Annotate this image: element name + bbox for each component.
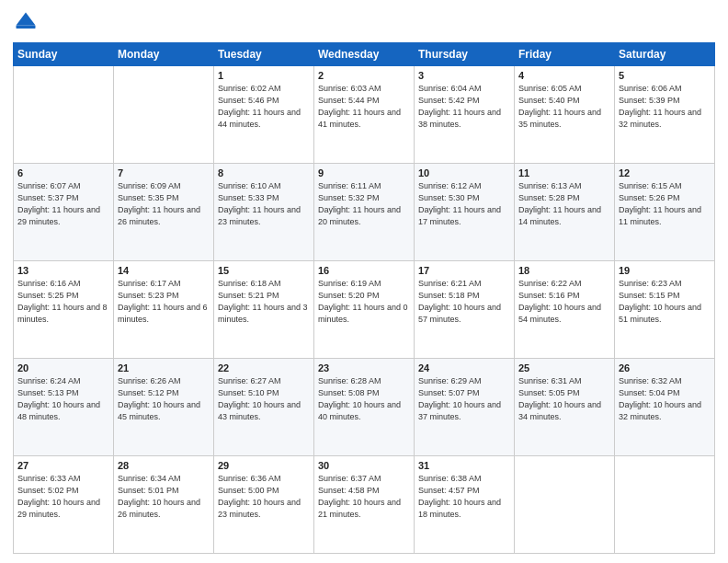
calendar-cell: 8Sunrise: 6:10 AM Sunset: 5:33 PM Daylig… (214, 164, 314, 261)
calendar-cell (615, 456, 715, 554)
day-info: Sunrise: 6:28 AM Sunset: 5:08 PM Dayligh… (318, 375, 410, 423)
day-number: 5 (619, 70, 711, 81)
calendar-cell: 24Sunrise: 6:29 AM Sunset: 5:07 PM Dayli… (415, 359, 515, 456)
day-info: Sunrise: 6:17 AM Sunset: 5:23 PM Dayligh… (118, 278, 210, 326)
day-number: 8 (218, 167, 310, 178)
day-info: Sunrise: 6:05 AM Sunset: 5:40 PM Dayligh… (518, 83, 610, 131)
calendar-header-row: SundayMondayTuesdayWednesdayThursdayFrid… (14, 43, 715, 66)
page: SundayMondayTuesdayWednesdayThursdayFrid… (0, 0, 728, 563)
day-info: Sunrise: 6:32 AM Sunset: 5:04 PM Dayligh… (619, 375, 711, 423)
day-info: Sunrise: 6:36 AM Sunset: 5:00 PM Dayligh… (218, 473, 310, 521)
day-number: 15 (218, 265, 310, 276)
day-info: Sunrise: 6:13 AM Sunset: 5:28 PM Dayligh… (518, 180, 610, 228)
calendar-cell: 21Sunrise: 6:26 AM Sunset: 5:12 PM Dayli… (114, 359, 214, 456)
day-number: 13 (17, 265, 109, 276)
day-number: 1 (218, 70, 310, 81)
day-info: Sunrise: 6:34 AM Sunset: 5:01 PM Dayligh… (118, 473, 210, 521)
day-number: 26 (619, 362, 711, 373)
day-info: Sunrise: 6:11 AM Sunset: 5:32 PM Dayligh… (318, 180, 410, 228)
calendar-cell: 25Sunrise: 6:31 AM Sunset: 5:05 PM Dayli… (515, 359, 615, 456)
day-info: Sunrise: 6:21 AM Sunset: 5:18 PM Dayligh… (418, 278, 510, 326)
calendar-cell: 19Sunrise: 6:23 AM Sunset: 5:15 PM Dayli… (615, 261, 715, 359)
calendar-cell (114, 66, 214, 164)
day-info: Sunrise: 6:04 AM Sunset: 5:42 PM Dayligh… (418, 83, 510, 131)
day-info: Sunrise: 6:23 AM Sunset: 5:15 PM Dayligh… (619, 278, 711, 326)
calendar-cell: 6Sunrise: 6:07 AM Sunset: 5:37 PM Daylig… (14, 164, 114, 261)
day-info: Sunrise: 6:24 AM Sunset: 5:13 PM Dayligh… (17, 375, 109, 423)
calendar-cell: 12Sunrise: 6:15 AM Sunset: 5:26 PM Dayli… (615, 164, 715, 261)
day-info: Sunrise: 6:31 AM Sunset: 5:05 PM Dayligh… (518, 375, 610, 423)
day-info: Sunrise: 6:38 AM Sunset: 4:57 PM Dayligh… (418, 473, 510, 521)
day-number: 25 (518, 362, 610, 373)
day-number: 9 (318, 167, 410, 178)
day-info: Sunrise: 6:06 AM Sunset: 5:39 PM Dayligh… (619, 83, 711, 131)
calendar-cell: 27Sunrise: 6:33 AM Sunset: 5:02 PM Dayli… (14, 456, 114, 554)
calendar-cell: 4Sunrise: 6:05 AM Sunset: 5:40 PM Daylig… (515, 66, 615, 164)
logo-icon (13, 9, 39, 35)
day-info: Sunrise: 6:16 AM Sunset: 5:25 PM Dayligh… (17, 278, 109, 326)
day-info: Sunrise: 6:02 AM Sunset: 5:46 PM Dayligh… (218, 83, 310, 131)
calendar-cell: 18Sunrise: 6:22 AM Sunset: 5:16 PM Dayli… (515, 261, 615, 359)
calendar-cell: 30Sunrise: 6:37 AM Sunset: 4:58 PM Dayli… (314, 456, 415, 554)
day-number: 11 (518, 167, 610, 178)
weekday-header: Thursday (415, 43, 515, 66)
calendar-cell (515, 456, 615, 554)
svg-rect-1 (17, 26, 36, 29)
calendar-cell: 23Sunrise: 6:28 AM Sunset: 5:08 PM Dayli… (314, 359, 415, 456)
calendar-cell: 10Sunrise: 6:12 AM Sunset: 5:30 PM Dayli… (415, 164, 515, 261)
calendar-cell: 3Sunrise: 6:04 AM Sunset: 5:42 PM Daylig… (415, 66, 515, 164)
calendar-week-row: 27Sunrise: 6:33 AM Sunset: 5:02 PM Dayli… (14, 456, 715, 554)
day-info: Sunrise: 6:18 AM Sunset: 5:21 PM Dayligh… (218, 278, 310, 326)
day-info: Sunrise: 6:26 AM Sunset: 5:12 PM Dayligh… (118, 375, 210, 423)
header (13, 9, 715, 35)
day-number: 24 (418, 362, 510, 373)
day-info: Sunrise: 6:37 AM Sunset: 4:58 PM Dayligh… (318, 473, 410, 521)
calendar-cell: 31Sunrise: 6:38 AM Sunset: 4:57 PM Dayli… (415, 456, 515, 554)
calendar-cell: 28Sunrise: 6:34 AM Sunset: 5:01 PM Dayli… (114, 456, 214, 554)
day-info: Sunrise: 6:09 AM Sunset: 5:35 PM Dayligh… (118, 180, 210, 228)
day-number: 4 (518, 70, 610, 81)
calendar-cell: 22Sunrise: 6:27 AM Sunset: 5:10 PM Dayli… (214, 359, 314, 456)
calendar-cell: 17Sunrise: 6:21 AM Sunset: 5:18 PM Dayli… (415, 261, 515, 359)
day-number: 16 (318, 265, 410, 276)
day-number: 12 (619, 167, 711, 178)
calendar-cell: 26Sunrise: 6:32 AM Sunset: 5:04 PM Dayli… (615, 359, 715, 456)
day-number: 29 (218, 460, 310, 471)
calendar-cell: 29Sunrise: 6:36 AM Sunset: 5:00 PM Dayli… (214, 456, 314, 554)
day-number: 14 (118, 265, 210, 276)
calendar-week-row: 1Sunrise: 6:02 AM Sunset: 5:46 PM Daylig… (14, 66, 715, 164)
weekday-header: Sunday (14, 43, 114, 66)
day-number: 21 (118, 362, 210, 373)
day-number: 10 (418, 167, 510, 178)
calendar-cell (14, 66, 114, 164)
day-number: 6 (17, 167, 109, 178)
calendar-cell: 15Sunrise: 6:18 AM Sunset: 5:21 PM Dayli… (214, 261, 314, 359)
calendar-week-row: 20Sunrise: 6:24 AM Sunset: 5:13 PM Dayli… (14, 359, 715, 456)
weekday-header: Monday (114, 43, 214, 66)
day-number: 18 (518, 265, 610, 276)
day-info: Sunrise: 6:29 AM Sunset: 5:07 PM Dayligh… (418, 375, 510, 423)
day-info: Sunrise: 6:22 AM Sunset: 5:16 PM Dayligh… (518, 278, 610, 326)
calendar-week-row: 13Sunrise: 6:16 AM Sunset: 5:25 PM Dayli… (14, 261, 715, 359)
day-number: 31 (418, 460, 510, 471)
calendar-week-row: 6Sunrise: 6:07 AM Sunset: 5:37 PM Daylig… (14, 164, 715, 261)
day-number: 19 (619, 265, 711, 276)
day-number: 22 (218, 362, 310, 373)
day-number: 2 (318, 70, 410, 81)
weekday-header: Friday (515, 43, 615, 66)
calendar-cell: 20Sunrise: 6:24 AM Sunset: 5:13 PM Dayli… (14, 359, 114, 456)
day-number: 28 (118, 460, 210, 471)
day-number: 23 (318, 362, 410, 373)
calendar-cell: 13Sunrise: 6:16 AM Sunset: 5:25 PM Dayli… (14, 261, 114, 359)
calendar-cell: 14Sunrise: 6:17 AM Sunset: 5:23 PM Dayli… (114, 261, 214, 359)
calendar-cell: 11Sunrise: 6:13 AM Sunset: 5:28 PM Dayli… (515, 164, 615, 261)
calendar-table: SundayMondayTuesdayWednesdayThursdayFrid… (13, 42, 715, 554)
day-number: 20 (17, 362, 109, 373)
day-info: Sunrise: 6:03 AM Sunset: 5:44 PM Dayligh… (318, 83, 410, 131)
svg-marker-0 (17, 13, 36, 26)
weekday-header: Wednesday (314, 43, 415, 66)
day-info: Sunrise: 6:27 AM Sunset: 5:10 PM Dayligh… (218, 375, 310, 423)
calendar-cell: 7Sunrise: 6:09 AM Sunset: 5:35 PM Daylig… (114, 164, 214, 261)
calendar-cell: 16Sunrise: 6:19 AM Sunset: 5:20 PM Dayli… (314, 261, 415, 359)
day-info: Sunrise: 6:07 AM Sunset: 5:37 PM Dayligh… (17, 180, 109, 228)
